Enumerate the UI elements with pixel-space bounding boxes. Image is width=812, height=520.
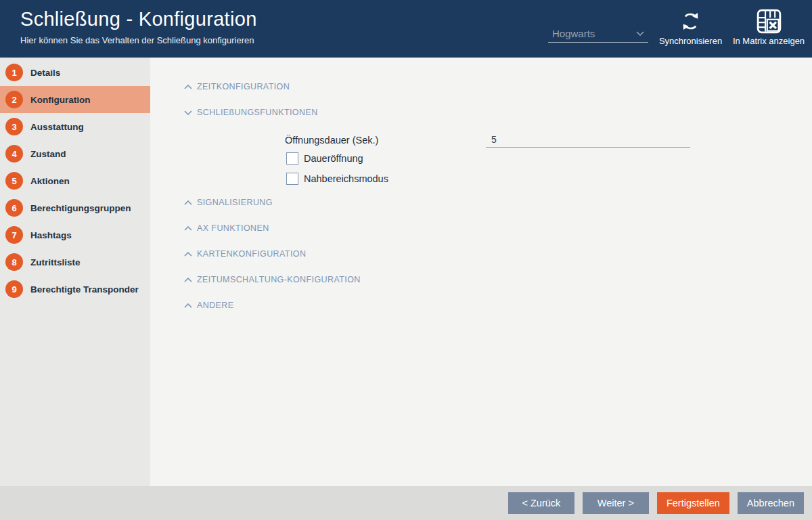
daueroeffnung-checkbox[interactable] — [286, 152, 298, 165]
step-number-badge: 5 — [5, 172, 23, 190]
chevron-down-icon — [184, 110, 192, 115]
step-number-badge: 1 — [5, 64, 23, 81]
sidebar-item-konfiguration[interactable]: 2 Konfiguration — [0, 86, 150, 113]
chevron-up-icon — [184, 303, 192, 308]
lock-system-select-value: Hogwarts — [548, 28, 636, 39]
page-subtitle: Hier können Sie das Verhalten der Schlie… — [20, 35, 254, 45]
header: Schließung - Konfiguration Hier können S… — [0, 0, 812, 58]
lock-system-select[interactable]: Hogwarts — [548, 24, 648, 43]
sidebar-item-zustand[interactable]: 4 Zustand — [0, 140, 150, 167]
section-kartenkonfiguration[interactable]: KARTENKONFIGURATION — [184, 248, 812, 259]
chevron-up-icon — [184, 200, 192, 205]
next-button[interactable]: Weiter > — [583, 492, 649, 514]
schliessungsfunktionen-body: Öffnungsdauer (Sek.) Daueröffnung Nahber… — [184, 133, 812, 185]
step-number-badge: 3 — [5, 118, 23, 135]
section-zeitkonfiguration[interactable]: ZEITKONFIGURATION — [184, 81, 812, 92]
sidebar-item-aktionen[interactable]: 5 Aktionen — [0, 167, 150, 194]
cancel-button[interactable]: Abbrechen — [738, 492, 804, 514]
section-andere[interactable]: ANDERE — [184, 300, 812, 311]
sidebar-item-berechtigungsgruppen[interactable]: 6 Berechtigungsgruppen — [0, 194, 150, 221]
chevron-up-icon — [184, 278, 192, 282]
section-schliessungsfunktionen[interactable]: SCHLIEßUNGSFUNKTIONEN — [184, 107, 812, 118]
wizard-sidebar: 1 Details 2 Konfiguration 3 Ausstattung … — [0, 58, 150, 486]
opening-duration-label: Öffnungsdauer (Sek.) — [285, 135, 486, 148]
opening-duration-input[interactable] — [486, 133, 690, 148]
section-ax-funktionen[interactable]: AX FUNKTIONEN — [184, 223, 812, 234]
chevron-up-icon — [184, 85, 192, 89]
chevron-up-icon — [184, 226, 192, 231]
matrix-icon — [729, 7, 808, 35]
back-button[interactable]: < Zurück — [508, 492, 574, 514]
synchronize-button[interactable]: Synchronisieren — [655, 7, 726, 46]
daueroeffnung-label: Daueröffnung — [304, 153, 363, 164]
section-signalisierung[interactable]: SIGNALISIERUNG — [184, 197, 812, 208]
step-number-badge: 6 — [5, 199, 23, 217]
sidebar-item-hashtags[interactable]: 7 Hashtags — [0, 221, 150, 248]
finish-button[interactable]: Fertigstellen — [657, 492, 729, 514]
section-zeitumschaltung-konfiguration[interactable]: ZEITUMSCHALTUNG-KONFIGURATION — [184, 274, 812, 285]
sidebar-item-ausstattung[interactable]: 3 Ausstattung — [0, 113, 150, 140]
step-number-badge: 4 — [5, 145, 23, 162]
chevron-down-icon — [636, 31, 644, 36]
nahbereichsmodus-checkbox[interactable] — [286, 173, 298, 185]
sidebar-item-details[interactable]: 1 Details — [0, 59, 150, 86]
page-title: Schließung - Konfiguration — [20, 8, 257, 30]
step-number-badge: 7 — [5, 226, 23, 244]
step-number-badge: 2 — [5, 91, 23, 108]
show-in-matrix-button[interactable]: In Matrix anzeigen — [729, 7, 808, 46]
sidebar-item-zutrittsliste[interactable]: 8 Zutrittsliste — [0, 248, 150, 276]
step-number-badge: 9 — [5, 280, 23, 298]
sidebar-item-berechtigte-transponder[interactable]: 9 Berechtigte Transponder — [0, 276, 150, 303]
step-number-badge: 8 — [5, 253, 23, 271]
chevron-up-icon — [184, 252, 192, 257]
show-in-matrix-label: In Matrix anzeigen — [729, 36, 808, 46]
configuration-panel: ZEITKONFIGURATION SCHLIEßUNGSFUNKTIONEN … — [150, 58, 812, 486]
nahbereichsmodus-label: Nahbereichsmodus — [304, 173, 388, 184]
footer-bar: < Zurück Weiter > Fertigstellen Abbreche… — [0, 486, 812, 520]
sync-icon — [655, 7, 726, 35]
synchronize-label: Synchronisieren — [655, 36, 726, 46]
